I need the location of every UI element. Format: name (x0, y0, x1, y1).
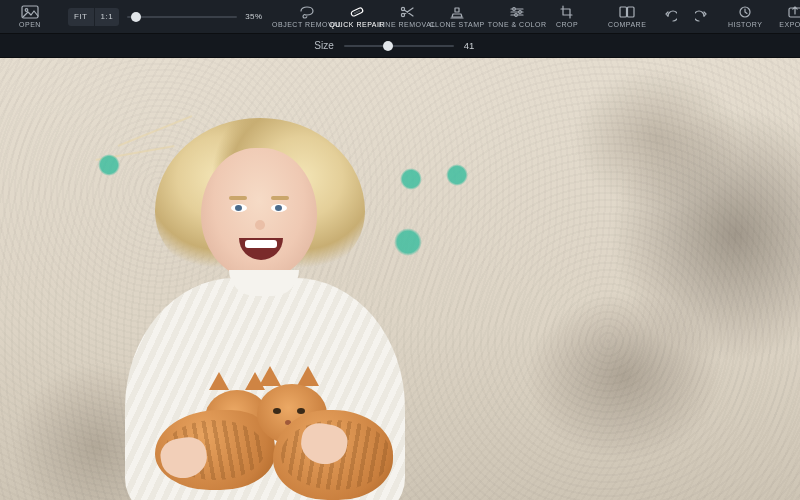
scissors-icon (398, 5, 416, 19)
open-label: OPEN (19, 21, 41, 28)
size-slider[interactable] (344, 37, 454, 55)
svg-rect-11 (620, 7, 627, 17)
photo-background (0, 58, 800, 500)
zoom-readout: 35% (245, 12, 273, 21)
lasso-icon (298, 5, 316, 19)
compare-label: COMPARE (608, 21, 646, 28)
redo-icon (695, 10, 711, 24)
crop-label: CROP (556, 21, 578, 28)
size-label: Size (314, 40, 333, 51)
history-icon (736, 5, 754, 19)
export-button[interactable]: EXPORT (773, 2, 800, 32)
export-label: EXPORT (779, 21, 800, 28)
clone-stamp-tool[interactable]: CLONE STAMP (435, 2, 479, 32)
tone-color-label: TONE & COLOR (488, 21, 547, 28)
repair-mark (400, 168, 422, 190)
clone-stamp-label: CLONE STAMP (430, 21, 485, 28)
tone-color-tool[interactable]: TONE & COLOR (495, 2, 539, 32)
svg-point-1 (25, 9, 28, 12)
undo-icon (661, 10, 677, 24)
image-icon (21, 5, 39, 19)
svg-point-9 (519, 11, 522, 14)
zoom-slider[interactable] (127, 8, 237, 26)
svg-rect-12 (628, 7, 635, 17)
open-button[interactable]: OPEN (8, 2, 52, 32)
svg-point-4 (357, 12, 358, 13)
tool-options-bar: Size 41 (0, 34, 800, 58)
repair-mark (98, 154, 120, 176)
svg-point-8 (513, 8, 516, 11)
zoom-group: FIT 1:1 35% (68, 8, 273, 26)
svg-point-10 (515, 14, 518, 17)
stamp-icon (448, 5, 466, 19)
bandage-icon (348, 5, 366, 19)
size-readout: 41 (464, 40, 486, 51)
repair-mark (394, 228, 422, 256)
undo-button[interactable] (655, 2, 683, 32)
object-removal-tool[interactable]: OBJECT REMOVAL (285, 2, 329, 32)
crop-icon (558, 5, 576, 19)
main-toolbar: OPEN FIT 1:1 35% OBJECT REMOVAL QUICK RE… (0, 0, 800, 34)
sliders-icon (508, 5, 526, 19)
zoom-actual-button[interactable]: 1:1 (95, 8, 120, 26)
quick-repair-tool[interactable]: QUICK REPAIR (335, 2, 379, 32)
export-icon (786, 5, 800, 19)
repair-mark (446, 164, 468, 186)
compare-button[interactable]: COMPARE (605, 2, 649, 32)
line-removal-tool[interactable]: LINE REMOVAL (385, 2, 429, 32)
svg-point-3 (355, 13, 356, 14)
crop-tool[interactable]: CROP (545, 2, 589, 32)
redo-button[interactable] (689, 2, 717, 32)
history-button[interactable]: HISTORY (723, 2, 767, 32)
compare-icon (618, 5, 636, 19)
svg-point-5 (359, 11, 360, 12)
line-removal-label: LINE REMOVAL (379, 21, 436, 28)
image-canvas[interactable] (0, 58, 800, 500)
zoom-fit-button[interactable]: FIT (68, 8, 95, 26)
quick-repair-label: QUICK REPAIR (329, 21, 385, 28)
history-label: HISTORY (728, 21, 762, 28)
